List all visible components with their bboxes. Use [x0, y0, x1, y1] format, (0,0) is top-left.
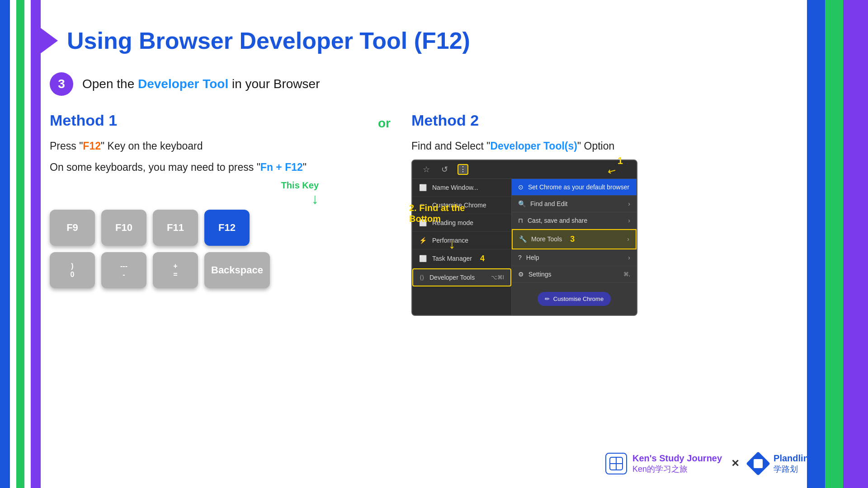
menu-item-developer-tools[interactable]: ⟨⟩ Developer Tools ⌥⌘I: [412, 268, 511, 286]
main-content: Using Browser Developer Tool (F12) 3 Ope…: [41, 27, 809, 316]
chrome-screenshot: 1 ↙ 2. Find at the Bottom ↓ ☆ ↺ ⋮: [411, 160, 642, 316]
down-arrow-icon: ↓: [311, 191, 319, 207]
method1-desc2: On some keyboards, you may need to press…: [50, 160, 357, 175]
right-bar-purple: [843, 0, 868, 488]
key-f10: F10: [101, 210, 146, 246]
submenu-find-edit[interactable]: 🔍 Find and Edit ›: [512, 196, 637, 212]
brand1-text: Ken's Study Journey Ken的学习之旅: [632, 453, 722, 474]
menu-item-task-label: Task Manager: [432, 255, 472, 262]
menu-item-task-manager[interactable]: ⬜ Task Manager 4: [412, 249, 511, 268]
menu-item-name-window-label: Name Window...: [432, 184, 478, 191]
more-tools-icon: 🔧: [519, 235, 527, 243]
default-browser-label: Set Chrome as your default browser: [528, 183, 629, 191]
footer-brand2: Plandline 学路划: [748, 453, 814, 474]
brand1-main-text: Ken's Study Journey: [632, 453, 722, 464]
key-f11: F11: [153, 210, 198, 246]
refresh-icon: ↺: [439, 164, 449, 174]
find-edit-icon: 🔍: [518, 200, 526, 207]
more-options-button[interactable]: ⋮: [458, 164, 468, 175]
method1-desc1: Press "F12" Key on the keyboard: [50, 138, 357, 154]
step-badge: 3: [50, 72, 73, 96]
method1-title: Method 1: [50, 112, 357, 129]
method2-title: Method 2: [411, 112, 809, 129]
help-arrow: ›: [628, 254, 630, 261]
submenu-settings[interactable]: ⚙ Settings ⌘,: [512, 266, 637, 283]
key-f9: F9: [50, 210, 95, 246]
customise-chrome-button-label: Customise Chrome: [553, 296, 604, 302]
left-bar-purple: [31, 0, 41, 488]
step-row: 3 Open the Developer Tool in your Browse…: [50, 72, 809, 96]
default-browser-icon: ⊙: [518, 183, 524, 191]
this-key-container: This Key ↓: [50, 180, 339, 207]
performance-icon: ⚡: [419, 236, 427, 244]
brand2-icon-container: [748, 454, 768, 474]
submenu-cast-save[interactable]: ⊓ Cast, save and share ›: [512, 212, 637, 229]
task-icon: ⬜: [419, 254, 427, 263]
brand2-text: Plandline 学路划: [774, 453, 814, 474]
brand2-main-text: Plandline: [774, 453, 814, 464]
customise-chrome-button[interactable]: ✏ Customise Chrome: [538, 292, 611, 306]
step-text-before: Open the: [82, 77, 138, 91]
annotation-2-line1: 2. Find at the: [409, 202, 465, 213]
submenu-default-browser[interactable]: ⊙ Set Chrome as your default browser: [512, 179, 637, 196]
help-icon: ?: [518, 254, 522, 261]
dev-tools-shortcut: ⌥⌘I: [491, 274, 504, 281]
page-title: Using Browser Developer Tool (F12): [67, 27, 470, 54]
keyboard-row1: F9 F10 F11 F12: [50, 210, 357, 246]
settings-icon: ⚙: [518, 271, 524, 278]
menu-item-name-window[interactable]: ⬜ Name Window...: [412, 179, 511, 197]
annotation-arrow-2: ↓: [448, 235, 456, 252]
dev-tools-label: Developer Tools: [429, 274, 475, 281]
brand1-sub-text: Ken的学习之旅: [632, 464, 722, 474]
fn-f12-highlight: Fn + F12: [260, 161, 303, 173]
f12-highlight: F12: [83, 140, 101, 152]
left-bar-blue: [0, 0, 10, 488]
footer: Ken's Study Journey Ken的学习之旅 ✕ Plandline…: [605, 453, 814, 474]
right-decorative-bars: [807, 0, 868, 488]
more-tools-arrow: ›: [627, 235, 629, 243]
find-edit-label: Find and Edit: [530, 200, 568, 207]
dev-tools-icon: ⟨⟩: [420, 274, 424, 281]
key-backspace: Backspace: [204, 252, 270, 288]
two-column-layout: Method 1 Press "F12" Key on the keyboard…: [50, 112, 809, 316]
brand1-icon: [605, 453, 627, 474]
cast-save-label: Cast, save and share: [528, 217, 587, 224]
footer-x-symbol: ✕: [731, 458, 739, 469]
left-bar-gap: [10, 0, 16, 488]
star-icon: ☆: [421, 164, 431, 174]
submenu-default-browser-left: ⊙ Set Chrome as your default browser: [518, 183, 629, 191]
title-arrow-icon: [41, 28, 58, 53]
keyboard-row2: )0 ---- += Backspace: [50, 252, 357, 288]
right-bar-blue: [807, 0, 825, 488]
developer-tools-highlight: Developer Tool(s): [490, 140, 577, 152]
find-edit-arrow: ›: [628, 200, 630, 207]
menu-item-performance[interactable]: ⚡ Performance: [412, 232, 511, 249]
step-description: Open the Developer Tool in your Browser: [82, 77, 320, 91]
or-label: or: [378, 116, 391, 131]
key-plus-equals: +=: [153, 252, 198, 288]
annotation-4: 4: [480, 254, 485, 263]
chrome-top-bar: ☆ ↺ ⋮: [412, 160, 637, 179]
key-minus: ----: [101, 252, 146, 288]
submenu-help[interactable]: ? Help ›: [512, 249, 637, 266]
customise-pencil-icon: ✏: [545, 296, 550, 302]
customise-chrome-area: ✏ Customise Chrome: [512, 283, 637, 315]
method2-column: Method 2 Find and Select "Developer Tool…: [411, 112, 809, 316]
menu-split: ⬜ Name Window... ✏ Customise Chrome ⬜ Re…: [412, 179, 637, 315]
right-bar-green: [825, 0, 843, 488]
window-icon: ⬜: [419, 183, 427, 192]
footer-brand1: Ken's Study Journey Ken的学习之旅: [605, 453, 722, 474]
annotation-2: 2. Find at the Bottom: [409, 202, 465, 224]
menu-left-panel: ⬜ Name Window... ✏ Customise Chrome ⬜ Re…: [412, 179, 512, 315]
title-row: Using Browser Developer Tool (F12): [41, 27, 809, 54]
step-text-after: in your Browser: [228, 77, 320, 91]
cast-icon: ⊓: [518, 217, 523, 224]
method2-desc: Find and Select "Developer Tool(s)" Opti…: [411, 138, 809, 154]
help-label: Help: [526, 254, 539, 261]
or-divider: or: [357, 112, 411, 316]
annotation-1: 1: [618, 155, 623, 167]
chrome-menu: ☆ ↺ ⋮ ⬜ Name Window...: [411, 160, 637, 316]
submenu-more-tools[interactable]: 🔧 More Tools 3 ›: [512, 229, 637, 249]
method1-column: Method 1 Press "F12" Key on the keyboard…: [50, 112, 357, 316]
annotation-2-line2: Bottom: [409, 213, 465, 224]
